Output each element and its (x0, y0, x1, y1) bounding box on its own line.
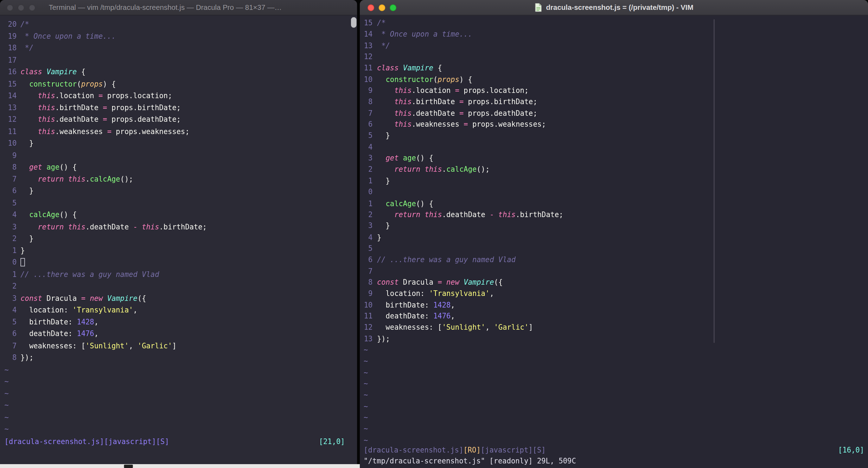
tilde-marker: ~ (364, 435, 368, 446)
tilde-marker: ~ (364, 423, 368, 435)
line-number: 1 (5, 268, 17, 280)
code-line: 5 } (360, 131, 868, 142)
macvim-titlebar[interactable]: dracula-screenshot.js = (/private/tmp) -… (360, 0, 868, 15)
code-line: 13}); (360, 333, 868, 344)
tilde-marker: ~ (364, 367, 368, 378)
code-line: 9 this.location = props.location; (360, 85, 868, 96)
code-line: 4 location: 'Transylvania', (0, 304, 357, 316)
code-line: 4 calcAge() { (0, 209, 357, 221)
code-line: 5 (0, 197, 357, 209)
line-number: 16 (5, 66, 17, 78)
terminal-window: Terminal — vim /tmp/dracula-screenshot.j… (0, 0, 357, 464)
statusline-position: [21,0] (319, 436, 345, 448)
code-line: 8 this.birthDate = props.birthDate; (360, 97, 868, 108)
line-number: 9 (364, 85, 372, 96)
code-line: 3 return this.deathDate - this.birthDate… (0, 221, 357, 233)
code-line: 16class Vampire { (0, 66, 357, 78)
empty-line: ~ (0, 423, 357, 435)
empty-line: ~ (0, 411, 357, 423)
zoom-button[interactable] (390, 5, 396, 11)
code-line: 5 birthDate: 1428, (0, 316, 357, 328)
tilde-marker: ~ (364, 401, 368, 412)
traffic-lights (368, 5, 396, 11)
code-line: 3const Dracula = new Vampire({ (0, 292, 357, 304)
line-number: 11 (364, 311, 372, 322)
empty-line: ~ (0, 399, 357, 411)
code-line: 7 (360, 266, 868, 277)
code-line: 17 (0, 54, 357, 66)
code-line: 4 (360, 142, 868, 153)
line-number: 8 (5, 161, 17, 173)
line-number: 7 (5, 340, 17, 352)
vim-command-line: "/tmp/dracula-screenshot.js" [readonly] … (360, 456, 868, 467)
line-number: 11 (364, 63, 372, 74)
statusline-position: [16,0] (838, 445, 864, 456)
code-line: 18 */ (0, 42, 357, 54)
line-number: 19 (5, 30, 17, 42)
empty-line: ~ (360, 401, 868, 412)
tilde-marker: ~ (364, 344, 368, 356)
line-number: 13 (364, 40, 372, 51)
line-number: 2 (5, 280, 17, 292)
line-number: 3 (364, 221, 372, 232)
tilde-marker: ~ (364, 412, 368, 423)
code-line: 12 this.deathDate = props.deathDate; (0, 114, 357, 126)
code-line: 19 * Once upon a time... (0, 30, 357, 42)
desktop: Terminal — vim /tmp/dracula-screenshot.j… (0, 0, 868, 468)
line-number: 12 (5, 114, 17, 126)
line-number: 5 (5, 197, 17, 209)
line-number: 6 (5, 185, 17, 197)
vim-buffer-macvim[interactable]: 15/*14 * Once upon a time...13 */1211cla… (360, 15, 868, 468)
line-number: 4 (364, 142, 372, 153)
empty-line: ~ (360, 423, 868, 435)
vim-cursor (20, 258, 25, 266)
line-number: 9 (5, 149, 17, 161)
statusline-left: [dracula-screenshot.js][RO][javascript][… (364, 445, 545, 456)
line-number: 12 (364, 51, 372, 63)
code-line: 7 weaknesses: ['Sunlight', 'Garlic'] (0, 340, 357, 352)
tilde-marker: ~ (364, 390, 368, 401)
code-line: 20/* (0, 18, 357, 30)
code-line: 1 calcAge() { (360, 198, 868, 209)
minimize-button[interactable] (379, 5, 385, 11)
window-title: dracula-screenshot.js = (/private/tmp) -… (546, 3, 694, 12)
code-line: 11 this.weaknesses = props.weaknesses; (0, 126, 357, 138)
code-line: 15 constructor(props) { (0, 78, 357, 90)
code-line: 14 this.location = props.location; (0, 90, 357, 102)
line-number: 7 (5, 173, 17, 185)
vim-statusline-macvim: [dracula-screenshot.js][RO][javascript][… (360, 445, 868, 456)
line-number: 2 (364, 164, 372, 176)
line-number: 6 (364, 254, 372, 266)
code-line: 1} (0, 245, 357, 257)
line-number: 3 (5, 292, 17, 304)
code-line: 6// ...there was a guy named Vlad (360, 254, 868, 266)
code-line: 10 } (0, 137, 357, 149)
statusline-readonly-flag: [RO] (463, 446, 480, 454)
code-line: 12 weaknesses: ['Sunlight', 'Garlic'] (360, 322, 868, 333)
line-number: 0 (364, 187, 372, 198)
code-line: 13 */ (360, 40, 868, 51)
scrollbar-thumb[interactable] (351, 17, 357, 28)
line-number: 15 (5, 78, 17, 90)
macvim-window: dracula-screenshot.js = (/private/tmp) -… (360, 0, 868, 468)
code-line: 6 deathDate: 1476, (0, 328, 357, 340)
code-line: 12 (360, 51, 868, 63)
zoom-button[interactable] (29, 5, 36, 11)
close-button[interactable] (368, 5, 374, 11)
tilde-marker: ~ (5, 399, 9, 411)
code-line: 9 location: 'Transylvania', (360, 288, 868, 299)
line-number: 14 (364, 29, 372, 40)
code-line: 14 * Once upon a time... (360, 29, 868, 40)
code-line: 5 (360, 243, 868, 254)
line-number: 2 (5, 233, 17, 245)
empty-line: ~ (0, 363, 357, 375)
terminal-titlebar[interactable]: Terminal — vim /tmp/dracula-screenshot.j… (0, 0, 357, 15)
vim-buffer-terminal[interactable]: 20/*19 * Once upon a time...18 */1716cla… (0, 15, 357, 464)
minimize-button[interactable] (18, 5, 24, 11)
tilde-marker: ~ (5, 423, 9, 435)
line-number: 6 (5, 328, 17, 340)
line-number: 20 (5, 18, 17, 30)
tilde-marker: ~ (5, 363, 9, 375)
line-number: 6 (364, 119, 372, 131)
close-button[interactable] (7, 5, 13, 11)
